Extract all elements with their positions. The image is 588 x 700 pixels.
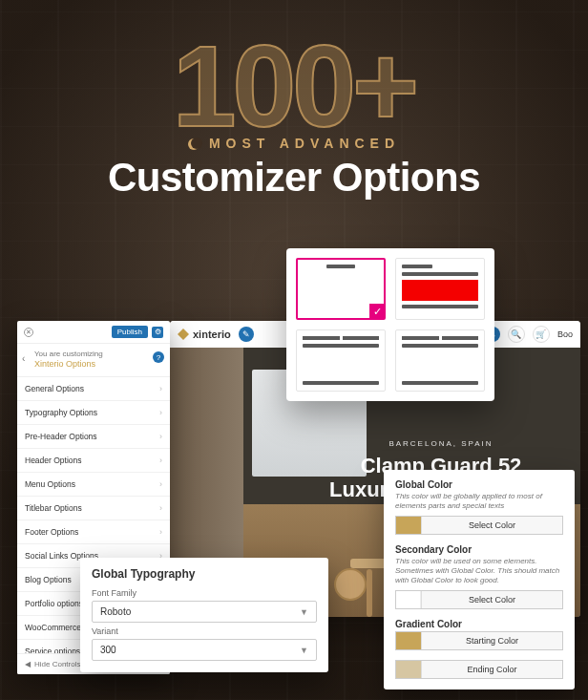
help-icon[interactable]: ? [153,351,164,363]
variant-select[interactable]: 300 ▼ [92,639,317,661]
chevron-right-icon: › [159,432,162,441]
font-family-select[interactable]: Roboto ▼ [92,601,317,623]
chevron-down-icon: ▼ [300,646,308,655]
layout-bar-split [402,336,478,340]
customizer-option[interactable]: Pre-Header Options› [17,425,170,449]
global-color-desc: This color will be globally applied to m… [395,492,563,511]
publish-button[interactable]: Publish [112,326,148,338]
layout-thumbs [338,288,344,302]
hero-title: Customizer Options [0,155,588,201]
gradient-start-row: Starting Color [395,631,563,650]
breadcrumb-line1: You are customizing [34,350,162,358]
starting-color-button[interactable]: Starting Color [421,632,562,649]
select-color-button[interactable]: Select Color [421,517,562,534]
chevron-right-icon: › [159,456,162,465]
customizer-option[interactable]: Menu Options› [17,473,170,497]
hero-location: BARCELONA, SPAIN [317,439,565,448]
hero: 100+ MOST ADVANCED Customizer Options [0,29,588,201]
hero-tagline-row: MOST ADVANCED [0,136,588,151]
layout-bar [402,381,478,385]
close-icon[interactable]: ✕ [24,328,33,337]
global-color-title: Global Color [395,479,563,490]
gradient-end-row: Ending Color [395,660,563,679]
layout-bar [402,272,478,276]
chevron-right-icon: › [159,527,162,537]
layout-bar [326,265,355,268]
layout-bar [303,381,379,385]
brand[interactable]: xinterio [178,329,231,340]
gradient-color-title: Gradient Color [395,619,563,629]
chevron-down-icon: ▼ [300,607,308,617]
option-label: Menu Options [25,479,75,489]
hide-controls-label: Hide Controls [34,660,80,668]
ending-color-button[interactable]: Ending Color [421,661,562,678]
select-color-button[interactable]: Select Color [421,591,562,608]
chevron-right-icon: › [159,503,162,513]
chevron-right-icon: › [159,479,162,489]
chevron-right-icon: › [159,408,162,417]
customizer-header: ✕ Publish ⚙ [17,321,170,344]
color-swatch[interactable] [396,517,421,534]
customizer-breadcrumb[interactable]: ‹ You are customizing Xinterio Options ? [17,344,170,377]
customizer-option[interactable]: Typography Options› [17,401,170,425]
color-swatch[interactable] [396,661,421,678]
customizer-option[interactable]: Footer Options› [17,520,170,544]
hero-number: 100+ [0,29,588,143]
layout-option-3[interactable] [296,329,386,392]
layout-option-1[interactable] [296,258,386,320]
search-icon[interactable]: 🔍 [508,326,525,343]
secondary-color-title: Secondary Color [395,544,563,555]
layout-spacer [402,351,478,377]
layout-hero-block [402,280,478,301]
option-label: Header Options [25,456,82,465]
layout-option-2[interactable] [395,258,485,320]
layout-bar [402,305,478,308]
breadcrumb-line2: Xinterio Options [34,359,162,369]
hero-tagline: MOST ADVANCED [209,136,400,151]
font-family-label: Font Family [92,588,317,598]
option-label: Pre-Header Options [25,432,97,441]
book-link[interactable]: Boo [557,329,573,339]
layout-option-4[interactable] [395,329,485,392]
layout-spacer [303,351,379,377]
table-leg [367,569,372,617]
crescent-icon [188,138,200,150]
chevron-right-icon: › [159,384,162,393]
layout-bar [303,344,379,348]
customizer-option[interactable]: General Options› [17,377,170,401]
global-color-row: Select Color [395,516,563,535]
color-swatch[interactable] [396,591,421,608]
customizer-option[interactable]: Titlebar Options› [17,497,170,520]
color-swatch[interactable] [396,632,421,649]
colors-panel: Global Color This color will be globally… [384,470,575,689]
variant-value: 300 [100,645,116,655]
option-label: Footer Options [25,527,78,537]
font-family-value: Roboto [100,606,131,617]
layout-picker [286,248,494,401]
variant-label: Variant [92,626,317,636]
brand-name: xinterio [193,329,231,340]
typography-title: Global Typography [92,567,317,581]
option-label: General Options [25,384,84,393]
secondary-color-row: Select Color [395,590,563,609]
option-label: Blog Options [25,575,72,584]
brand-logo-icon [178,329,189,340]
secondary-color-desc: This color will be used on some elements… [395,557,563,585]
option-label: Portfolio options [25,599,83,608]
chevron-left-icon: ‹ [22,353,25,364]
edit-shortcut-icon[interactable]: ✎ [239,327,254,342]
option-label: Typography Options [25,408,97,417]
collapse-icon: ◀ [25,660,31,668]
stool [334,568,367,601]
layout-bar [402,344,478,348]
layout-bar [402,265,432,268]
option-label: Titlebar Options [25,503,82,513]
typography-panel: Global Typography Font Family Roboto ▼ V… [80,558,328,672]
customizer-option[interactable]: Header Options› [17,449,170,473]
layout-bar-split [303,336,379,340]
gear-icon[interactable]: ⚙ [152,327,163,338]
cart-icon[interactable]: 🛒 [533,326,550,343]
